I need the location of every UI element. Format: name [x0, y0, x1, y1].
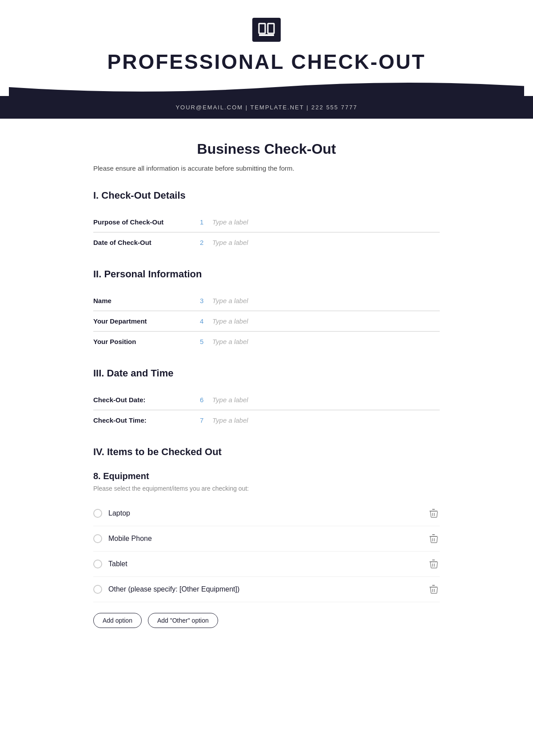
field-label-date-checkout: Date of Check-Out — [93, 239, 200, 246]
field-number-1: 1 — [200, 218, 208, 226]
section-1-heading: I. Check-Out Details — [93, 190, 440, 201]
delete-laptop-button[interactable] — [427, 507, 440, 520]
svg-rect-0 — [259, 24, 265, 33]
field-label-position: Your Position — [93, 338, 200, 345]
field-number-3: 3 — [200, 297, 208, 304]
add-option-button[interactable]: Add option — [93, 613, 142, 628]
delete-other-button[interactable] — [427, 583, 440, 596]
radio-mobile[interactable] — [93, 534, 102, 543]
option-label-other: Other (please specify: [Other Equipment]… — [108, 585, 239, 593]
equipment-option-laptop: Laptop — [93, 501, 440, 526]
section-3-heading: III. Date and Time — [93, 368, 440, 379]
delete-mobile-button[interactable] — [427, 532, 440, 545]
page-title: PROFESSIONAL CHECK-OUT — [9, 50, 524, 74]
field-input-checkout-time[interactable]: 7 Type a label — [200, 416, 440, 424]
field-input-position[interactable]: 5 Type a label — [200, 338, 440, 345]
field-number-2: 2 — [200, 239, 208, 246]
svg-rect-11 — [430, 561, 438, 562]
field-placeholder-6: Type a label — [212, 396, 248, 404]
equipment-subtitle: Please select the equipment/items you ar… — [93, 485, 440, 492]
section-checkout-details: I. Check-Out Details Purpose of Check-Ou… — [93, 190, 440, 252]
field-label-name: Name — [93, 297, 200, 304]
svg-rect-12 — [432, 560, 435, 560]
form-row-name: Name 3 Type a label — [93, 291, 440, 311]
radio-tablet[interactable] — [93, 560, 102, 568]
logo — [252, 18, 281, 42]
form-title: Business Check-Out — [93, 141, 440, 157]
page-header: PROFESSIONAL CHECK-OUT — [0, 0, 533, 96]
field-input-date-checkout[interactable]: 2 Type a label — [200, 239, 440, 246]
field-input-name[interactable]: 3 Type a label — [200, 297, 440, 304]
radio-other[interactable] — [93, 585, 102, 594]
option-label-laptop: Laptop — [108, 509, 130, 517]
svg-rect-2 — [259, 34, 274, 36]
svg-rect-1 — [268, 24, 274, 33]
radio-laptop[interactable] — [93, 509, 102, 518]
add-other-option-button[interactable]: Add "Other" option — [148, 613, 218, 628]
form-row-date-checkout: Date of Check-Out 2 Type a label — [93, 232, 440, 252]
field-placeholder-5: Type a label — [212, 338, 248, 345]
form-row-purpose: Purpose of Check-Out 1 Type a label — [93, 212, 440, 232]
field-number-6: 6 — [200, 396, 208, 404]
field-input-purpose[interactable]: 1 Type a label — [200, 218, 440, 226]
field-input-checkout-date[interactable]: 6 Type a label — [200, 396, 440, 404]
contact-info: YOUR@EMAIL.COM | TEMPLATE.NET | 222 555 … — [175, 104, 357, 111]
form-row-checkout-time: Check-Out Time: 7 Type a label — [93, 410, 440, 430]
option-label-mobile: Mobile Phone — [108, 535, 152, 543]
form-row-position: Your Position 5 Type a label — [93, 332, 440, 352]
equipment-option-other: Other (please specify: [Other Equipment]… — [93, 577, 440, 602]
field-label-department: Your Department — [93, 317, 200, 325]
field-input-department[interactable]: 4 Type a label — [200, 317, 440, 325]
field-number-4: 4 — [200, 317, 208, 325]
svg-rect-7 — [430, 536, 438, 537]
field-placeholder-2: Type a label — [212, 239, 248, 246]
equipment-option-tablet: Tablet — [93, 552, 440, 577]
field-label-purpose: Purpose of Check-Out — [93, 218, 200, 226]
field-label-checkout-date: Check-Out Date: — [93, 396, 200, 404]
section-4-heading: IV. Items to be Checked Out — [93, 446, 440, 458]
equipment-option-mobile: Mobile Phone — [93, 526, 440, 552]
form-row-department: Your Department 4 Type a label — [93, 311, 440, 332]
contact-banner: YOUR@EMAIL.COM | TEMPLATE.NET | 222 555 … — [0, 96, 533, 119]
delete-tablet-button[interactable] — [427, 558, 440, 570]
field-placeholder-3: Type a label — [212, 297, 248, 304]
main-content: Business Check-Out Please ensure all inf… — [76, 119, 457, 655]
field-placeholder-7: Type a label — [212, 416, 248, 424]
field-placeholder-4: Type a label — [212, 317, 248, 325]
svg-rect-3 — [430, 511, 438, 512]
wave-divider — [9, 78, 524, 96]
form-subtitle: Please ensure all information is accurat… — [93, 164, 440, 172]
field-placeholder-1: Type a label — [212, 218, 248, 226]
svg-rect-4 — [432, 509, 435, 510]
section-date-time: III. Date and Time Check-Out Date: 6 Typ… — [93, 368, 440, 430]
field-number-7: 7 — [200, 416, 208, 424]
section-2-heading: II. Personal Information — [93, 268, 440, 280]
svg-rect-15 — [430, 587, 438, 588]
svg-rect-8 — [432, 534, 435, 535]
section-personal-info: II. Personal Information Name 3 Type a l… — [93, 268, 440, 352]
option-label-tablet: Tablet — [108, 560, 127, 568]
add-options-row: Add option Add "Other" option — [93, 613, 440, 628]
field-number-5: 5 — [200, 338, 208, 345]
equipment-heading: 8. Equipment — [93, 471, 440, 481]
form-row-checkout-date: Check-Out Date: 6 Type a label — [93, 390, 440, 410]
field-label-checkout-time: Check-Out Time: — [93, 416, 200, 424]
svg-rect-16 — [432, 585, 435, 586]
section-items-checked-out: IV. Items to be Checked Out 8. Equipment… — [93, 446, 440, 628]
